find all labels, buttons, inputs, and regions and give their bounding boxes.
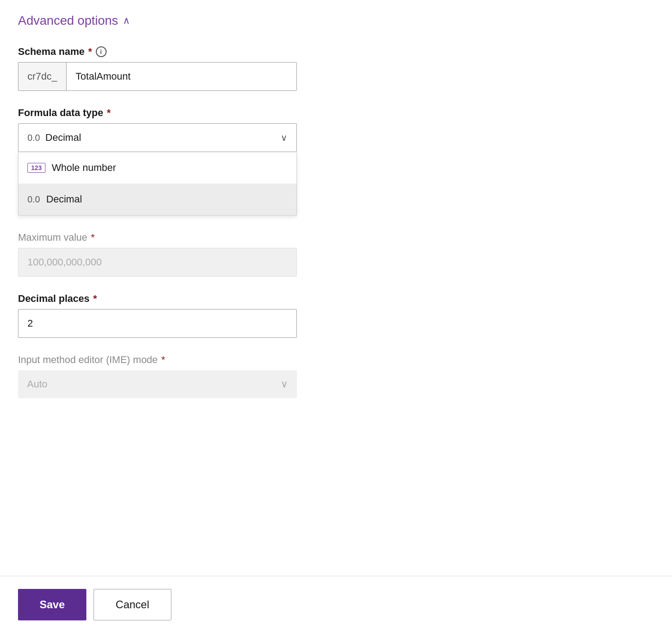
decimal-places-group: Decimal places * (18, 293, 297, 338)
whole-number-icon: 123 (27, 163, 45, 173)
formula-data-type-required: * (107, 107, 111, 119)
whole-number-label: Whole number (52, 162, 116, 174)
maximum-value-input[interactable] (18, 248, 297, 277)
decimal-places-input[interactable] (18, 309, 297, 338)
save-button[interactable]: Save (18, 589, 86, 620)
decimal-places-label: Decimal places * (18, 293, 297, 305)
advanced-options-label: Advanced options (18, 13, 118, 28)
formula-data-type-dropdown[interactable]: 0.0 Decimal ∨ (18, 123, 297, 152)
dropdown-selected-left: 0.0 Decimal (27, 132, 81, 144)
ime-mode-dropdown[interactable]: Auto ∨ (18, 370, 297, 398)
cancel-button[interactable]: Cancel (94, 589, 171, 620)
decimal-option-icon: 0.0 (27, 194, 40, 205)
ime-mode-label: Input method editor (IME) mode * (18, 354, 297, 366)
schema-name-label: Schema name * i (18, 46, 297, 58)
schema-name-input[interactable] (67, 63, 296, 90)
dropdown-item-whole-number[interactable]: 123 Whole number (18, 152, 296, 184)
dropdown-selected-value: Decimal (45, 132, 81, 144)
schema-name-prefix: cr7dc_ (18, 63, 67, 90)
dropdown-item-decimal[interactable]: 0.0 Decimal (18, 184, 296, 215)
formula-data-type-label: Formula data type * (18, 107, 297, 119)
formula-data-type-chevron-icon: ∨ (281, 132, 287, 143)
ime-mode-group: Input method editor (IME) mode * Auto ∨ (18, 354, 297, 398)
form-section: Schema name * i cr7dc_ Formula data type… (18, 46, 297, 398)
schema-name-input-row: cr7dc_ (18, 62, 297, 91)
decimal-selected-icon: 0.0 (27, 133, 40, 143)
decimal-label: Decimal (46, 193, 82, 205)
ime-mode-chevron-icon: ∨ (281, 378, 288, 390)
maximum-value-required: * (91, 232, 95, 243)
formula-data-type-group: Formula data type * 0.0 Decimal ∨ 123 Wh… (18, 107, 297, 215)
schema-name-group: Schema name * i cr7dc_ (18, 46, 297, 91)
ime-mode-required: * (161, 354, 166, 366)
advanced-options-toggle[interactable]: Advanced options ∧ (18, 13, 654, 28)
advanced-options-chevron-icon: ∧ (123, 15, 130, 27)
maximum-value-label: Maximum value * (18, 232, 297, 243)
ime-mode-value: Auto (27, 378, 47, 390)
maximum-value-group: Maximum value * (18, 232, 297, 277)
formula-data-type-menu: 123 Whole number 0.0 Decimal (18, 152, 297, 215)
schema-name-info-icon[interactable]: i (96, 46, 107, 57)
footer: Save Cancel (0, 576, 672, 633)
schema-name-required: * (88, 46, 92, 58)
decimal-places-required: * (93, 293, 97, 305)
